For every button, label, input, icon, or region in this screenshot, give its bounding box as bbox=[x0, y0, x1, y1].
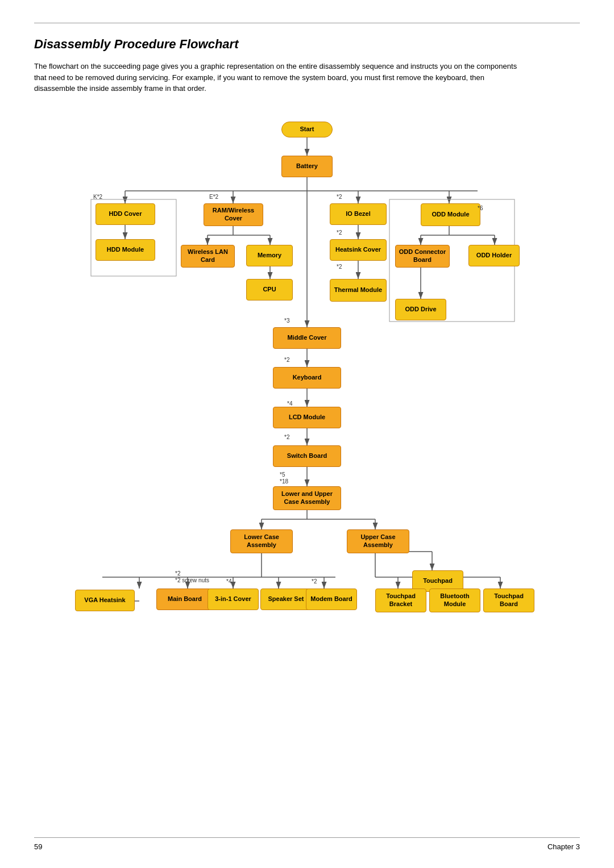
label-star2-switch: *2 bbox=[284, 434, 289, 440]
node-lcd-module: LCD Module bbox=[273, 407, 341, 428]
label-star5: *5 bbox=[280, 471, 285, 478]
label-star2-mb: *2 bbox=[175, 570, 180, 577]
label-star3-mc: *3 bbox=[284, 318, 289, 324]
label-star2-keyboard: *2 bbox=[284, 357, 289, 363]
node-keyboard: Keyboard bbox=[273, 367, 341, 389]
node-cpu: CPU bbox=[246, 279, 293, 301]
node-bluetooth-module: Bluetooth Module bbox=[429, 589, 480, 612]
node-hdd-module: HDD Module bbox=[96, 239, 155, 261]
node-thermal-module: Thermal Module bbox=[330, 279, 387, 302]
label-star2-modem: *2 bbox=[312, 578, 317, 585]
node-memory: Memory bbox=[246, 245, 293, 266]
node-hdd-cover: HDD Cover bbox=[96, 203, 155, 225]
node-odd-module: ODD Module bbox=[421, 203, 480, 226]
node-main-board: Main Board bbox=[156, 589, 213, 610]
node-wireless-lan-card: Wireless LAN Card bbox=[181, 245, 235, 268]
node-odd-drive: ODD Drive bbox=[395, 299, 446, 320]
node-touchpad-bracket: Touchpad Bracket bbox=[375, 589, 426, 612]
page-number: 59 bbox=[34, 842, 42, 851]
node-3in1-cover: 3-in-1 Cover bbox=[208, 589, 259, 610]
node-vga-heatsink: VGA Heatsink bbox=[75, 590, 135, 611]
node-heatsink-cover: Heatsink Cover bbox=[330, 239, 387, 261]
label-star18: *18 bbox=[280, 478, 288, 485]
node-odd-connector-board: ODD Connector Board bbox=[395, 245, 450, 268]
node-switch-board: Switch Board bbox=[273, 445, 341, 467]
node-lower-upper-case: Lower and Upper Case Assembly bbox=[273, 486, 341, 510]
label-star2-nuts: *2 screw nuts bbox=[175, 577, 209, 583]
node-modem-board: Modem Board bbox=[306, 589, 357, 610]
node-start: Start bbox=[281, 122, 333, 137]
page-title: Disassembly Procedure Flowchart bbox=[34, 37, 580, 52]
node-ram-wireless-cover: RAM/Wireless Cover bbox=[204, 203, 263, 226]
flowchart: Start Battery K*2 HDD Cover E*2 RAM/Wire… bbox=[34, 111, 580, 793]
intro-paragraph: The flowchart on the succeeding page giv… bbox=[34, 61, 523, 94]
node-battery: Battery bbox=[281, 156, 333, 177]
node-lower-case: Lower Case Assembly bbox=[230, 529, 293, 553]
top-rule bbox=[34, 23, 580, 23]
label-star2-thermal: *2 bbox=[337, 264, 342, 270]
label-star2-heatsink: *2 bbox=[337, 229, 342, 236]
node-speaker-set: Speaker Set bbox=[260, 589, 312, 610]
label-star6: *6 bbox=[478, 205, 483, 211]
label-star4-speaker: *4 bbox=[226, 578, 231, 585]
label-e2: E*2 bbox=[209, 194, 218, 200]
label-k2: K*2 bbox=[93, 194, 102, 200]
node-io-bezel: IO Bezel bbox=[330, 203, 387, 225]
node-touchpad-board: Touchpad Board bbox=[483, 589, 534, 612]
page-footer: 59 Chapter 3 bbox=[34, 837, 580, 851]
label-star2-io: *2 bbox=[337, 194, 342, 200]
node-upper-case: Upper Case Assembly bbox=[347, 529, 409, 553]
node-odd-holder: ODD Holder bbox=[468, 245, 520, 266]
node-middle-cover: Middle Cover bbox=[273, 327, 341, 349]
chapter-label: Chapter 3 bbox=[547, 842, 580, 851]
